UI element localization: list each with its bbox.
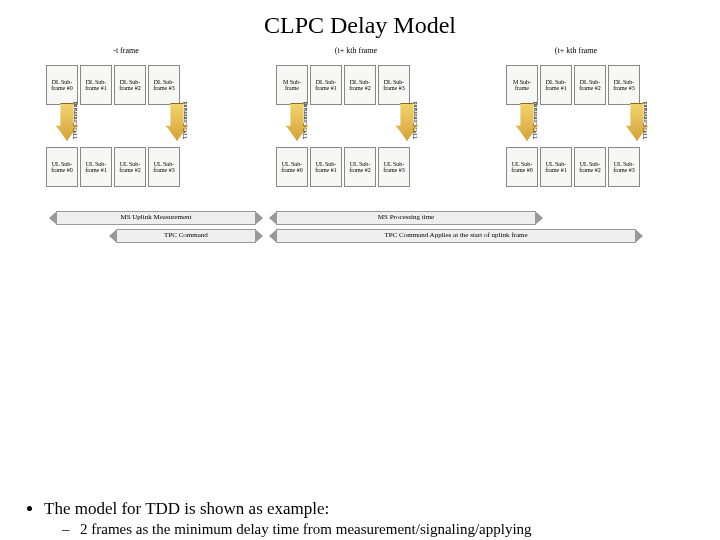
dl-subframe: DL Sub-frame #3 xyxy=(378,65,410,105)
tpc-label: TPC Command xyxy=(642,101,648,139)
ul-subframe: UL Sub-frame #2 xyxy=(344,147,376,187)
bar-uplink-measurement: MS Uplink Measurement xyxy=(56,211,256,225)
ul-subframe: UL Sub-frame #3 xyxy=(378,147,410,187)
slide: CLPC Delay Model -t frame (t+ kth frame … xyxy=(0,0,720,540)
frame-label-row: -t frame (t+ kth frame (t+ kth frame xyxy=(16,47,704,61)
bar-tpc-applies: TPC Command Applies at the start of upli… xyxy=(276,229,636,243)
ul-group: UL Sub-frame #0 UL Sub-frame #1 UL Sub-f… xyxy=(506,147,640,187)
tpc-arrow-row: TPC Command TPC Command TPC Command TPC … xyxy=(16,103,704,143)
ul-subframe: UL Sub-frame #0 xyxy=(276,147,308,187)
ul-subframe: UL Sub-frame #1 xyxy=(310,147,342,187)
bullet-tdd-model: The model for TDD is shown as example: 2… xyxy=(44,499,704,540)
tpc-label: TPC Command xyxy=(532,101,538,139)
ul-group: UL Sub-frame #0 UL Sub-frame #1 UL Sub-f… xyxy=(46,147,180,187)
ul-subframe: UL Sub-frame #0 xyxy=(506,147,538,187)
ul-subframe: UL Sub-frame #2 xyxy=(114,147,146,187)
bullet-text: The model for TDD is shown as example: xyxy=(44,499,329,518)
ul-subframe: UL Sub-frame #1 xyxy=(540,147,572,187)
dl-subframe: DL Sub-frame #1 xyxy=(540,65,572,105)
tpc-label: TPC Command xyxy=(412,101,418,139)
dl-subframe: DL Sub-frame #3 xyxy=(608,65,640,105)
slide-title: CLPC Delay Model xyxy=(16,12,704,39)
tpc-label: TPC Command xyxy=(182,101,188,139)
dl-subframe: M Sub-frame xyxy=(506,65,538,105)
ul-subframe: UL Sub-frame #0 xyxy=(46,147,78,187)
bar-processing-time: MS Processing time xyxy=(276,211,536,225)
ul-subframe: UL Sub-frame #3 xyxy=(608,147,640,187)
dl-subframe: DL Sub-frame #2 xyxy=(574,65,606,105)
dl-subframe: DL Sub-frame #1 xyxy=(80,65,112,105)
dl-group: DL Sub-frame #0 DL Sub-frame #1 DL Sub-f… xyxy=(46,65,180,105)
timing-bars: MS Uplink Measurement MS Processing time… xyxy=(16,211,704,251)
tpc-label: TPC Command xyxy=(72,101,78,139)
dl-subframe: DL Sub-frame #2 xyxy=(114,65,146,105)
frame-label: (t+ kth frame xyxy=(536,47,616,55)
bar-tpc-command: TPC Command xyxy=(116,229,256,243)
dl-subframe: DL Sub-frame #0 xyxy=(46,65,78,105)
dl-subframe: M Sub-frame xyxy=(276,65,308,105)
frame-label: -t frame xyxy=(86,47,166,55)
ul-group: UL Sub-frame #0 UL Sub-frame #1 UL Sub-f… xyxy=(276,147,410,187)
ul-subframe: UL Sub-frame #1 xyxy=(80,147,112,187)
ul-subframe: UL Sub-frame #2 xyxy=(574,147,606,187)
delay-model-diagram: -t frame (t+ kth frame (t+ kth frame DL … xyxy=(16,47,704,267)
bullet-content: The model for TDD is shown as example: 2… xyxy=(16,499,704,540)
ul-subframe: UL Sub-frame #3 xyxy=(148,147,180,187)
dl-subframe: DL Sub-frame #2 xyxy=(344,65,376,105)
dl-group: M Sub-frame DL Sub-frame #1 DL Sub-frame… xyxy=(276,65,410,105)
frame-label: (t+ kth frame xyxy=(316,47,396,55)
ul-row: UL Sub-frame #0 UL Sub-frame #1 UL Sub-f… xyxy=(16,147,704,195)
dl-subframe: DL Sub-frame #3 xyxy=(148,65,180,105)
dl-group: M Sub-frame DL Sub-frame #1 DL Sub-frame… xyxy=(506,65,640,105)
subbullet-min-delay: 2 frames as the minimum delay time from … xyxy=(80,521,704,538)
dl-subframe: DL Sub-frame #1 xyxy=(310,65,342,105)
tpc-label: TPC Command xyxy=(302,101,308,139)
